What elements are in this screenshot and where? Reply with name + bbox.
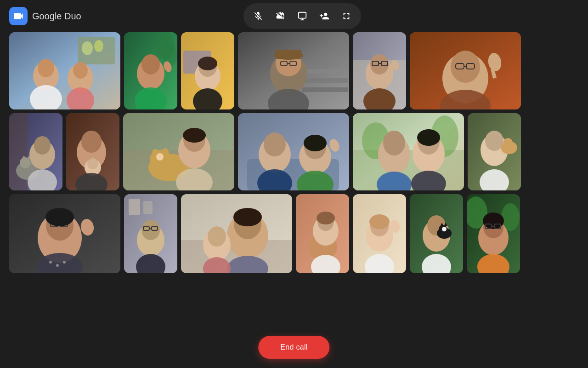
- video-tile-1[interactable]: [9, 32, 120, 109]
- video-tile-5[interactable]: [353, 32, 406, 109]
- svg-point-118: [49, 261, 52, 264]
- toolbar: [243, 3, 361, 29]
- svg-point-154: [369, 214, 390, 229]
- video-tile-16[interactable]: [296, 194, 349, 273]
- svg-point-80: [183, 128, 206, 143]
- mute-button[interactable]: [248, 6, 268, 26]
- svg-point-137: [233, 208, 262, 226]
- fullscreen-icon: [341, 11, 351, 21]
- video-tile-15[interactable]: [181, 194, 292, 273]
- video-tile-8[interactable]: [66, 113, 119, 190]
- svg-point-119: [56, 264, 59, 267]
- video-tile-6[interactable]: [410, 32, 521, 109]
- video-tile-14[interactable]: [124, 194, 177, 273]
- svg-point-77: [156, 153, 164, 161]
- svg-point-24: [198, 57, 217, 70]
- svg-point-63: [34, 136, 51, 155]
- svg-rect-27: [302, 69, 348, 74]
- video-tile-3[interactable]: [181, 32, 234, 109]
- svg-rect-122: [129, 199, 140, 215]
- effects-icon: [297, 11, 307, 21]
- svg-point-115: [45, 208, 74, 226]
- svg-point-107: [503, 138, 513, 147]
- svg-point-105: [485, 131, 503, 151]
- video-tile-19[interactable]: [467, 194, 520, 273]
- video-off-button[interactable]: [270, 6, 290, 26]
- svg-point-149: [317, 212, 335, 224]
- svg-rect-0: [299, 12, 306, 18]
- video-tile-2[interactable]: [124, 32, 177, 109]
- svg-point-17: [141, 54, 160, 75]
- svg-rect-29: [302, 87, 348, 92]
- svg-rect-28: [302, 78, 348, 83]
- video-tile-12[interactable]: [468, 113, 521, 190]
- svg-point-6: [94, 40, 103, 52]
- effects-button[interactable]: [292, 6, 312, 26]
- video-tile-9[interactable]: [123, 113, 234, 190]
- video-tile-7[interactable]: [9, 113, 62, 190]
- svg-point-85: [264, 132, 286, 156]
- svg-point-89: [304, 135, 327, 151]
- video-tile-17[interactable]: [353, 194, 406, 273]
- svg-point-8: [38, 59, 54, 77]
- svg-point-67: [81, 131, 102, 153]
- svg-point-139: [208, 226, 226, 247]
- svg-line-54: [492, 69, 495, 78]
- end-call-container: End call: [258, 336, 329, 359]
- mic-off-icon: [253, 11, 263, 21]
- google-duo-logo-icon: [9, 7, 28, 25]
- svg-point-100: [417, 129, 440, 146]
- add-person-icon: [319, 11, 329, 21]
- svg-point-97: [383, 131, 405, 155]
- grid-row-3: [9, 194, 579, 273]
- app-name: Google Duo: [32, 11, 81, 22]
- svg-point-41: [370, 54, 389, 75]
- video-tile-13[interactable]: [9, 194, 120, 273]
- videocam-off-icon: [275, 11, 285, 21]
- end-call-button[interactable]: End call: [258, 336, 329, 359]
- video-tile-10[interactable]: [238, 113, 349, 190]
- svg-point-5: [82, 41, 93, 55]
- video-tile-4[interactable]: [238, 32, 349, 109]
- grid-row-2: [9, 113, 579, 190]
- svg-rect-33: [276, 50, 301, 59]
- logo-area: Google Duo: [9, 7, 81, 25]
- fullscreen-button[interactable]: [336, 6, 356, 26]
- svg-rect-123: [143, 201, 153, 214]
- add-person-button[interactable]: [314, 6, 334, 26]
- svg-point-120: [63, 261, 66, 264]
- svg-point-69: [87, 158, 98, 169]
- svg-point-10: [73, 62, 88, 79]
- grid-row-1: [9, 32, 579, 109]
- video-tile-18[interactable]: [410, 194, 463, 273]
- video-grid: [0, 32, 588, 273]
- header: Google Duo: [0, 0, 588, 32]
- video-tile-11[interactable]: [353, 113, 464, 190]
- svg-point-162: [442, 227, 447, 231]
